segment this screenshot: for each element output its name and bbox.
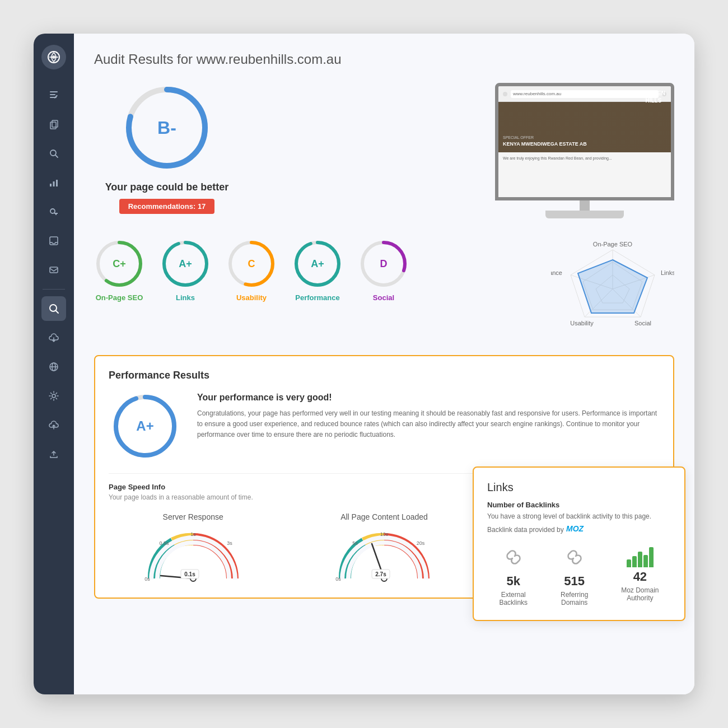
performance-grade-label: A+	[136, 418, 153, 434]
stat-referring-domains: 515 ReferringDomains	[561, 547, 588, 606]
sidebar-item-settings[interactable]	[41, 384, 66, 408]
link-icon-1	[502, 547, 525, 572]
cards-section: Performance Results A+	[94, 355, 674, 599]
category-usability: C Usability	[226, 239, 277, 302]
server-response-gauge: Server Response	[109, 512, 277, 584]
svg-text:Links: Links	[661, 269, 674, 276]
svg-text:MOZ: MOZ	[566, 524, 584, 533]
svg-rect-14	[50, 267, 58, 273]
gauge-title-server: Server Response	[163, 512, 223, 521]
category-links: A+ Links	[160, 239, 211, 302]
stat-label-domains: ReferringDomains	[561, 591, 588, 606]
overall-grade-circle: B-	[122, 83, 212, 172]
monitor-wrapper: www.reubenhills.com.au REUBEN HILLS	[495, 83, 674, 218]
links-description: You have a strong level of backlink acti…	[487, 512, 671, 520]
links-card: Links Number of Backlinks You have a str…	[473, 466, 685, 621]
links-card-title: Links	[487, 481, 671, 494]
category-grade-seo: C+	[113, 258, 126, 270]
performance-grade-circle: A+	[111, 393, 179, 460]
category-social: D Social	[358, 239, 409, 302]
category-items: C+ On-Page SEO A+ Links	[94, 239, 551, 302]
monitor-content-area: We are truly enjoying this Rwandan Red B…	[498, 152, 671, 165]
stat-value-domains: 515	[564, 574, 585, 589]
category-on-page-seo: C+ On-Page SEO	[94, 239, 144, 302]
performance-top-section: A+ Your performance is very good! Congra…	[109, 393, 660, 460]
svg-rect-9	[50, 184, 52, 186]
sidebar-item-copy[interactable]	[41, 112, 66, 137]
recommendations-badge: Recommendations: 17	[119, 199, 215, 214]
sidebar-divider	[43, 289, 65, 290]
category-label-social: Social	[373, 293, 394, 302]
main-content: Audit Results for www.reubenhills.com.au…	[74, 34, 694, 694]
svg-text:2.7s: 2.7s	[375, 571, 386, 577]
performance-description-text: Congratulations, your page has performed…	[197, 408, 660, 441]
moz-logo: MOZ	[566, 524, 589, 536]
svg-text:Usability: Usability	[570, 320, 594, 326]
svg-marker-41	[578, 260, 647, 313]
performance-grade-section: A+	[109, 393, 181, 460]
sidebar-item-cloud[interactable]	[41, 325, 66, 350]
all-content-loaded-gauge: All Page Content Loaded	[300, 512, 468, 584]
svg-point-15	[50, 305, 57, 311]
monitor-url-text: www.reubenhills.com.au	[513, 91, 561, 96]
link-icon-2	[563, 547, 586, 572]
performance-headline: Your performance is very good!	[197, 393, 660, 403]
svg-text:0.1s: 0.1s	[184, 571, 195, 577]
grade-section: B- Your page could be better Recommendat…	[94, 83, 240, 214]
category-circle-links: A+	[160, 239, 211, 289]
svg-point-1	[52, 55, 55, 59]
links-stats: 5k ExternalBacklinks 515 ReferringDomain…	[487, 547, 671, 606]
sidebar-item-magnify[interactable]	[41, 296, 66, 321]
stat-label-backlinks: ExternalBacklinks	[499, 591, 528, 606]
svg-text:20s: 20s	[417, 540, 425, 546]
svg-point-20	[52, 394, 55, 398]
moz-line: Backlink data provided by MOZ	[487, 524, 671, 536]
stat-value-authority: 42	[633, 570, 647, 584]
category-label-links: Links	[176, 293, 195, 302]
svg-line-8	[55, 155, 58, 157]
svg-rect-5	[50, 122, 56, 129]
svg-text:0s: 0s	[144, 576, 150, 582]
moz-text: Backlink data provided by	[487, 526, 564, 534]
svg-text:Social: Social	[634, 320, 651, 326]
svg-text:10s: 10s	[380, 531, 389, 537]
svg-rect-11	[56, 180, 58, 186]
monitor-brand-2: HILLS	[645, 97, 661, 104]
category-circle-performance: A+	[292, 239, 343, 289]
svg-text:1s: 1s	[190, 531, 196, 537]
sidebar-item-key[interactable]	[41, 199, 66, 224]
sidebar-item-upload[interactable]	[41, 442, 66, 466]
category-grade-social: D	[380, 258, 388, 270]
category-grade-links: A+	[179, 258, 192, 270]
categories-section: C+ On-Page SEO A+ Links	[94, 239, 674, 339]
sidebar-item-search[interactable]	[41, 141, 66, 166]
page-title: Audit Results for www.reubenhills.com.au	[94, 52, 674, 67]
svg-text:On-Page SEO: On-Page SEO	[593, 241, 633, 248]
sidebar-item-globe[interactable]	[41, 354, 66, 379]
monitor-screen: www.reubenhills.com.au REUBEN HILLS	[495, 83, 674, 200]
svg-rect-3	[50, 94, 55, 95]
svg-line-16	[56, 311, 58, 313]
sidebar-item-edit[interactable]	[41, 83, 66, 108]
sidebar-item-mail[interactable]	[41, 258, 66, 282]
monitor-screen-inner: www.reubenhills.com.au REUBEN HILLS	[498, 86, 671, 197]
svg-rect-10	[53, 181, 55, 186]
performance-description: Your performance is very good! Congratul…	[197, 393, 660, 460]
monitor-content-text: We are truly enjoying this Rwandan Red B…	[503, 156, 612, 160]
stat-value-backlinks: 5k	[507, 574, 520, 589]
category-performance: A+ Performance	[292, 239, 343, 302]
sidebar-logo[interactable]	[41, 45, 66, 69]
bar-chart-icon	[627, 547, 654, 567]
svg-text:0.5s: 0.5s	[159, 540, 169, 546]
sidebar-item-chart[interactable]	[41, 170, 66, 195]
category-grade-performance: A+	[311, 258, 324, 270]
stat-external-backlinks: 5k ExternalBacklinks	[499, 547, 528, 606]
monitor-brand-1: REUBEN	[642, 90, 665, 96]
sidebar-item-inbox[interactable]	[41, 228, 66, 253]
category-grade-usability: C	[248, 258, 255, 270]
monitor-url-bar: www.reubenhills.com.au	[511, 90, 659, 98]
svg-text:Performance: Performance	[551, 269, 562, 276]
svg-text:0s: 0s	[335, 576, 341, 582]
category-circle-usability: C	[226, 239, 277, 289]
sidebar-item-cloud2[interactable]	[41, 413, 66, 437]
